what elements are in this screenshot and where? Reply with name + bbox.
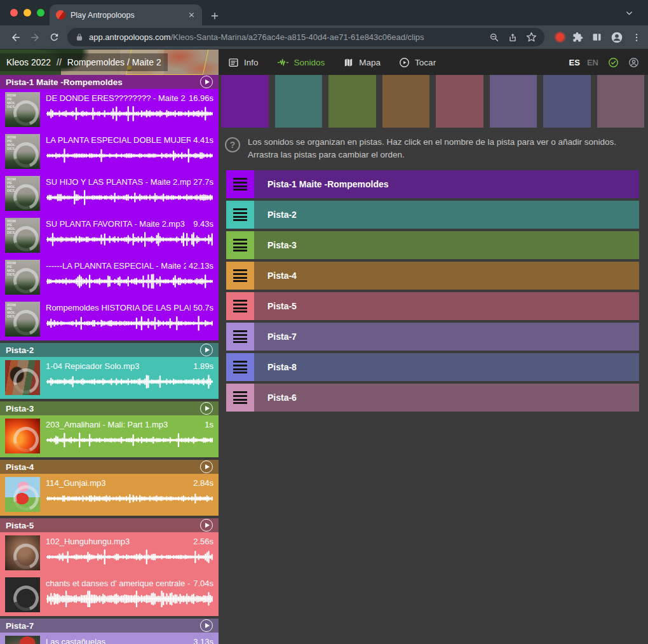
minimize-window-button[interactable]	[24, 9, 31, 17]
play-track-button[interactable]	[200, 519, 213, 532]
status-check-icon[interactable]	[608, 57, 619, 68]
drag-handle-icon	[233, 178, 247, 191]
play-track-button[interactable]	[200, 344, 213, 356]
drag-handle[interactable]	[226, 323, 254, 351]
play-track-button[interactable]	[200, 402, 213, 415]
clip-name: 203_Amalihani - Mali: Part 1.mp3	[46, 420, 168, 429]
track-section-header[interactable]: Pista-3	[0, 401, 219, 415]
track-row[interactable]: Pista-6	[226, 384, 639, 412]
track-section: Pista-4114_Gunjai.mp32.84s	[0, 460, 219, 516]
drag-handle[interactable]	[226, 292, 254, 320]
clip-thumbnail	[5, 260, 40, 295]
browser-profile-avatar[interactable]	[611, 31, 623, 44]
audio-clip[interactable]: ------LA PLANNTA ESPECIAL - Maite 2.mp34…	[0, 257, 219, 299]
track-bar[interactable]: Pista-2	[254, 201, 639, 229]
drag-handle[interactable]	[226, 201, 254, 229]
track-section-header[interactable]: Pista-4	[0, 460, 219, 474]
track-bar[interactable]: Pista-8	[254, 353, 639, 381]
track-row[interactable]: Pista-5	[226, 292, 639, 320]
recording-extension-icon[interactable]	[556, 33, 564, 41]
drag-handle[interactable]	[226, 353, 254, 381]
play-track-button[interactable]	[200, 460, 213, 473]
audio-clip[interactable]: Rompemoldes HISTORIA DE LAS PLANTAS...50…	[0, 299, 219, 340]
language-toggle-es[interactable]: ES	[569, 58, 580, 67]
tab-search-chevron-icon[interactable]	[624, 8, 634, 18]
track-section-header[interactable]: Pista-1 Maite -Rompemoldes	[0, 75, 219, 89]
nav-tab-sonidos[interactable]: Sonidos	[277, 57, 325, 69]
url-domain: app.antropoloops.com	[89, 32, 171, 42]
color-swatch-3[interactable]	[328, 75, 376, 128]
audio-clip[interactable]: LA PLANTA ESPECIAL DOBLE MUJER - Mai...4…	[0, 131, 219, 173]
audio-clip[interactable]: SU PLANTA FAVORITA - Maite 2.mp39.43s	[0, 215, 219, 257]
audio-clip[interactable]: 1-04 Repicador Solo.mp31.89s	[0, 357, 219, 399]
audio-clip[interactable]: 102_Hunguhungu.mp32.56s	[0, 532, 219, 574]
audio-clip[interactable]: DE DONDE ERES???????? - Maite 2.mp316.96…	[0, 89, 219, 131]
track-section-header[interactable]: Pista-7	[0, 619, 219, 633]
play-track-button[interactable]	[200, 619, 213, 632]
breadcrumb-project-link[interactable]: Kleos 2022	[6, 57, 51, 67]
track-bar[interactable]: Pista-6	[254, 384, 639, 412]
drag-handle[interactable]	[226, 262, 254, 290]
color-swatch-8[interactable]	[597, 75, 645, 128]
color-swatch-6[interactable]	[490, 75, 537, 128]
track-bar[interactable]: Pista-5	[254, 292, 639, 320]
reload-button[interactable]	[44, 28, 64, 47]
back-button[interactable]	[6, 28, 25, 47]
track-row[interactable]: Pista-8	[226, 353, 639, 381]
drag-handle[interactable]	[226, 231, 254, 259]
extensions-puzzle-icon[interactable]	[572, 32, 583, 43]
track-bar[interactable]: Pista-1 Maite -Rompemoldes	[254, 170, 639, 198]
help-text: Los sonidos se organizan en pistas. Haz …	[248, 136, 642, 162]
audio-clip[interactable]: 114_Gunjai.mp32.84s	[0, 474, 219, 516]
clip-thumbnail	[5, 477, 40, 512]
browser-menu-kebab-icon[interactable]	[631, 32, 642, 43]
drag-handle[interactable]	[226, 384, 254, 412]
close-tab-icon[interactable]	[187, 11, 196, 19]
track-row[interactable]: Pista-2	[226, 201, 639, 229]
color-swatch-4[interactable]	[382, 75, 430, 128]
nav-tab-mapa[interactable]: Mapa	[343, 57, 381, 68]
color-swatch-1[interactable]	[221, 75, 269, 128]
clip-thumbnail	[5, 176, 40, 211]
track-row[interactable]: Pista-3	[226, 231, 639, 259]
track-bar[interactable]: Pista-4	[254, 262, 639, 290]
site-favicon-icon	[56, 10, 65, 20]
zoom-window-button[interactable]	[37, 9, 44, 17]
browser-tab[interactable]: Play Antropoloops	[50, 4, 202, 25]
nav-tab-info[interactable]: Info	[228, 57, 259, 68]
help-icon: ?	[225, 137, 240, 152]
track-section-title: Pista-3	[6, 404, 34, 413]
address-bar[interactable]: app.antropoloops.com/Kleos-Santa-Marina/…	[67, 28, 544, 46]
drag-handle[interactable]	[226, 170, 254, 198]
close-window-button[interactable]	[10, 9, 18, 17]
color-swatch-2[interactable]	[275, 75, 323, 128]
audio-clip[interactable]: chants et danses d' amerique centrale - …	[0, 574, 219, 616]
audio-clip[interactable]: 203_Amalihani - Mali: Part 1.mp31s	[0, 415, 219, 457]
split-view-icon[interactable]	[591, 32, 602, 43]
track-bar[interactable]: Pista-7	[254, 323, 639, 351]
bookmark-star-icon[interactable]	[526, 32, 537, 43]
language-toggle-en[interactable]: EN	[587, 58, 598, 67]
share-icon[interactable]	[508, 32, 518, 43]
nav-tab-tocar[interactable]: Tocar	[399, 57, 436, 68]
play-track-button[interactable]	[200, 76, 213, 88]
track-row[interactable]: Pista-7	[226, 323, 639, 351]
account-icon[interactable]	[628, 57, 639, 68]
zoom-out-indicator-icon[interactable]	[489, 32, 499, 43]
track-row[interactable]: Pista-4	[226, 262, 639, 290]
nav-tab-label: Info	[244, 58, 259, 67]
track-section-header[interactable]: Pista-2	[0, 343, 219, 357]
clip-duration: 2.56s	[193, 537, 213, 546]
audio-clip[interactable]: SU HIJO Y LAS PLANTAS - Maite 2.mp327.7s	[0, 173, 219, 215]
color-swatch-7[interactable]	[543, 75, 591, 128]
color-swatch-5[interactable]	[436, 75, 483, 128]
track-bar[interactable]: Pista-3	[254, 231, 639, 259]
forward-button[interactable]	[25, 28, 44, 47]
app-topbar: Kleos 2022 // Rompemoldes / Maite 2 Info…	[0, 50, 648, 75]
track-section-header[interactable]: Pista-5	[0, 518, 219, 532]
new-tab-button[interactable]	[210, 11, 220, 21]
track-row[interactable]: Pista-1 Maite -Rompemoldes	[226, 170, 639, 198]
clip-thumbnail	[5, 92, 40, 127]
audio-clip[interactable]: Las castañuelas3.13s	[0, 633, 219, 644]
lock-icon[interactable]	[75, 33, 84, 42]
